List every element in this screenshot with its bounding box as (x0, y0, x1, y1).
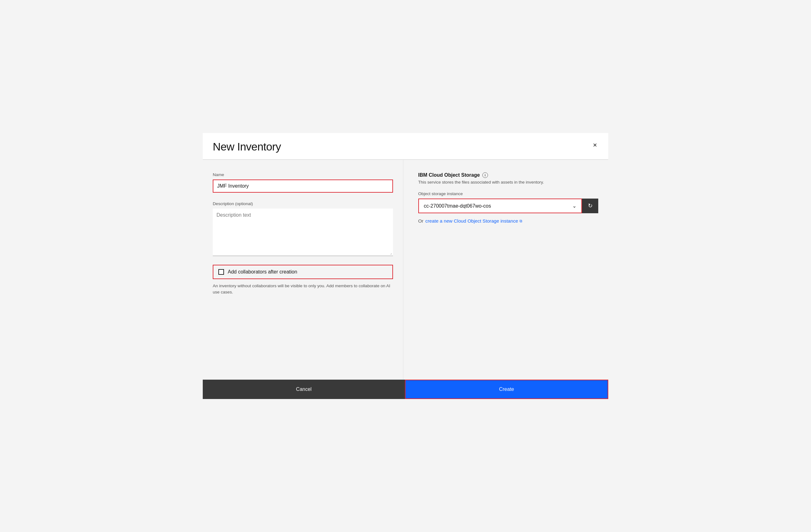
description-wrapper: ⌟ (213, 208, 393, 256)
name-input-wrapper (213, 179, 393, 193)
storage-section-title: IBM Cloud Object Storage i (418, 172, 599, 178)
collaborators-helper-text: An inventory without collaborators will … (213, 283, 393, 296)
resize-icon: ⌟ (390, 251, 392, 255)
description-field-group: Description (optional) ⌟ (213, 201, 393, 256)
storage-dropdown-value: cc-270007tmae-dqt067wo-cos (424, 203, 491, 209)
left-panel: Name Description (optional) ⌟ Add colla (203, 160, 403, 380)
right-panel: IBM Cloud Object Storage i This service … (403, 160, 609, 380)
storage-section-description: This service stores the files associated… (418, 179, 599, 185)
storage-dropdown[interactable]: cc-270007tmae-dqt067wo-cos ⌄ (419, 199, 582, 213)
info-icon[interactable]: i (483, 172, 488, 178)
resize-handle: ⌟ (213, 250, 393, 256)
storage-section: IBM Cloud Object Storage i This service … (418, 172, 599, 223)
external-link-icon: ⧉ (520, 219, 522, 223)
dropdown-row: cc-270007tmae-dqt067wo-cos ⌄ ↻ (418, 199, 599, 213)
refresh-button[interactable]: ↻ (582, 199, 598, 213)
cancel-button[interactable]: Cancel (203, 380, 405, 399)
create-link-text: create a new Cloud Object Storage instan… (425, 218, 518, 223)
refresh-icon: ↻ (588, 203, 593, 209)
collaborators-checkbox-group: Add collaborators after creation (213, 265, 393, 279)
name-label: Name (213, 172, 393, 177)
chevron-down-icon: ⌄ (572, 203, 576, 209)
name-input[interactable] (213, 180, 392, 192)
close-button[interactable]: × (592, 140, 598, 150)
modal-header: New Inventory × (203, 133, 608, 159)
description-textarea[interactable] (213, 208, 393, 249)
modal-body: Name Description (optional) ⌟ Add colla (203, 160, 608, 380)
storage-instance-label: Object storage instance (418, 191, 599, 196)
create-link-prefix: Or (418, 218, 424, 223)
modal: New Inventory × Name Description (option… (203, 133, 608, 399)
name-field-group: Name (213, 172, 393, 193)
storage-dropdown-wrapper: cc-270007tmae-dqt067wo-cos ⌄ (418, 199, 582, 213)
storage-title-text: IBM Cloud Object Storage (418, 172, 480, 178)
modal-footer: Cancel Create (203, 380, 608, 399)
create-new-storage-link[interactable]: create a new Cloud Object Storage instan… (425, 218, 522, 223)
collaborators-checkbox-label[interactable]: Add collaborators after creation (228, 269, 297, 275)
create-button[interactable]: Create (405, 380, 608, 399)
create-link-row: Or create a new Cloud Object Storage ins… (418, 218, 599, 223)
modal-title: New Inventory (213, 140, 281, 153)
description-label: Description (optional) (213, 201, 393, 206)
collaborators-checkbox[interactable] (218, 269, 224, 275)
